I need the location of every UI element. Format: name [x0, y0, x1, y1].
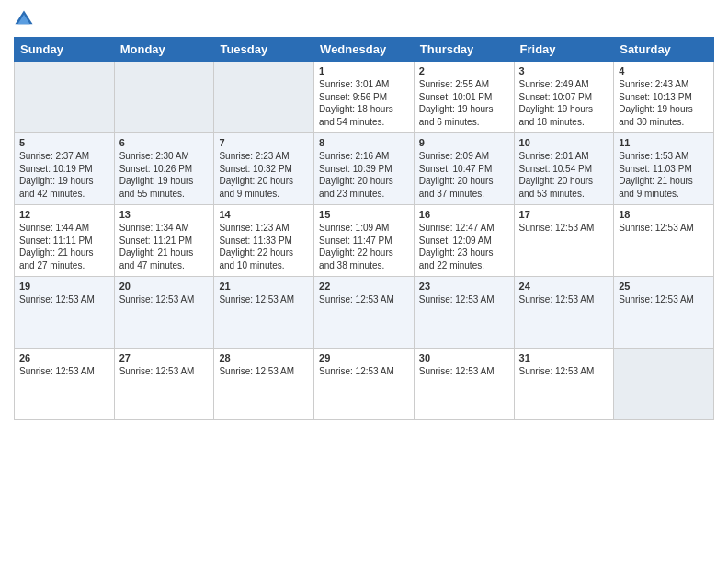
day-info: Sunrise: 3:01 AM Sunset: 9:56 PM Dayligh… [319, 78, 409, 128]
calendar-cell: 31Sunrise: 12:53 AM [514, 349, 614, 420]
day-number: 29 [319, 352, 409, 363]
day-number: 26 [19, 352, 109, 363]
day-info: Sunrise: 12:53 AM [119, 365, 210, 378]
calendar-cell: 7Sunrise: 2:23 AM Sunset: 10:32 PM Dayli… [214, 133, 314, 205]
day-number: 22 [319, 281, 409, 292]
calendar-cell: 22Sunrise: 12:53 AM [314, 277, 415, 349]
day-info: Sunrise: 2:55 AM Sunset: 10:01 PM Daylig… [419, 78, 509, 128]
day-info: Sunrise: 12:53 AM [319, 293, 409, 306]
day-info: Sunrise: 12:53 AM [419, 365, 509, 378]
col-tuesday: Tuesday [214, 38, 314, 62]
calendar-cell: 9Sunrise: 2:09 AM Sunset: 10:47 PM Dayli… [414, 133, 514, 205]
calendar-cell: 23Sunrise: 12:53 AM [414, 277, 514, 349]
calendar-cell: 5Sunrise: 2:37 AM Sunset: 10:19 PM Dayli… [15, 133, 115, 205]
day-number: 24 [519, 281, 609, 292]
day-info: Sunrise: 12:53 AM [619, 293, 709, 306]
day-info: Sunrise: 12:53 AM [19, 293, 109, 306]
day-number: 5 [19, 137, 109, 148]
day-info: Sunrise: 2:01 AM Sunset: 10:54 PM Daylig… [519, 150, 609, 200]
day-number: 4 [619, 65, 709, 76]
logo-icon [14, 9, 34, 29]
header [14, 9, 714, 29]
calendar-cell: 28Sunrise: 12:53 AM [214, 349, 314, 420]
calendar-cell: 17Sunrise: 12:53 AM [514, 205, 614, 277]
calendar-cell [614, 349, 714, 420]
day-info: Sunrise: 12:53 AM [519, 293, 609, 306]
day-info: Sunrise: 2:49 AM Sunset: 10:07 PM Daylig… [519, 78, 609, 128]
calendar-cell: 27Sunrise: 12:53 AM [114, 349, 214, 420]
day-number: 7 [219, 137, 309, 148]
day-info: Sunrise: 12:47 AM Sunset: 12:09 AM Dayli… [419, 222, 509, 271]
calendar-cell: 15Sunrise: 1:09 AM Sunset: 11:47 PM Dayl… [314, 205, 415, 277]
calendar-cell: 3Sunrise: 2:49 AM Sunset: 10:07 PM Dayli… [514, 62, 614, 133]
week-row-2: 5Sunrise: 2:37 AM Sunset: 10:19 PM Dayli… [15, 133, 714, 205]
day-number: 19 [19, 281, 109, 292]
week-row-3: 12Sunrise: 1:44 AM Sunset: 11:11 PM Dayl… [15, 205, 714, 277]
day-number: 30 [419, 352, 509, 363]
day-number: 17 [519, 209, 609, 220]
day-number: 31 [519, 352, 609, 363]
calendar-cell: 11Sunrise: 1:53 AM Sunset: 11:03 PM Dayl… [614, 133, 714, 205]
day-info: Sunrise: 12:53 AM [419, 293, 509, 306]
day-number: 12 [19, 209, 109, 220]
day-number: 2 [419, 65, 509, 76]
day-number: 14 [219, 209, 309, 220]
calendar-cell: 14Sunrise: 1:23 AM Sunset: 11:33 PM Dayl… [214, 205, 314, 277]
calendar-cell: 13Sunrise: 1:34 AM Sunset: 11:21 PM Dayl… [114, 205, 214, 277]
calendar-cell: 29Sunrise: 12:53 AM [314, 349, 415, 420]
day-info: Sunrise: 1:53 AM Sunset: 11:03 PM Daylig… [619, 150, 709, 200]
calendar-table: Sunday Monday Tuesday Wednesday Thursday… [14, 37, 714, 420]
calendar-cell [214, 62, 314, 133]
day-info: Sunrise: 12:53 AM [519, 365, 609, 378]
day-number: 23 [419, 281, 509, 292]
week-row-5: 26Sunrise: 12:53 AM27Sunrise: 12:53 AM28… [15, 349, 714, 420]
day-info: Sunrise: 2:23 AM Sunset: 10:32 PM Daylig… [219, 150, 309, 200]
day-number: 27 [119, 352, 210, 363]
day-info: Sunrise: 2:16 AM Sunset: 10:39 PM Daylig… [319, 150, 409, 200]
day-info: Sunrise: 1:44 AM Sunset: 11:11 PM Daylig… [19, 222, 109, 271]
col-sunday: Sunday [15, 38, 115, 62]
day-info: Sunrise: 12:53 AM [219, 365, 309, 378]
day-number: 8 [319, 137, 409, 148]
day-info: Sunrise: 1:23 AM Sunset: 11:33 PM Daylig… [219, 222, 309, 271]
week-row-4: 19Sunrise: 12:53 AM20Sunrise: 12:53 AM21… [15, 277, 714, 349]
calendar-cell: 19Sunrise: 12:53 AM [15, 277, 115, 349]
day-number: 28 [219, 352, 309, 363]
logo [14, 9, 38, 29]
calendar-cell: 25Sunrise: 12:53 AM [614, 277, 714, 349]
day-info: Sunrise: 12:53 AM [519, 222, 609, 235]
col-friday: Friday [514, 38, 614, 62]
day-number: 18 [619, 209, 709, 220]
page: Sunday Monday Tuesday Wednesday Thursday… [0, 0, 728, 563]
day-info: Sunrise: 12:53 AM [119, 293, 210, 306]
calendar-cell: 16Sunrise: 12:47 AM Sunset: 12:09 AM Day… [414, 205, 514, 277]
col-monday: Monday [114, 38, 214, 62]
day-number: 16 [419, 209, 509, 220]
day-number: 15 [319, 209, 409, 220]
day-number: 20 [119, 281, 210, 292]
day-info: Sunrise: 2:37 AM Sunset: 10:19 PM Daylig… [19, 150, 109, 200]
header-row: Sunday Monday Tuesday Wednesday Thursday… [15, 38, 714, 62]
calendar-cell: 20Sunrise: 12:53 AM [114, 277, 214, 349]
calendar-cell [114, 62, 214, 133]
col-saturday: Saturday [614, 38, 714, 62]
calendar-cell [15, 62, 115, 133]
calendar-cell: 2Sunrise: 2:55 AM Sunset: 10:01 PM Dayli… [414, 62, 514, 133]
calendar-cell: 8Sunrise: 2:16 AM Sunset: 10:39 PM Dayli… [314, 133, 415, 205]
day-info: Sunrise: 1:09 AM Sunset: 11:47 PM Daylig… [319, 222, 409, 271]
col-thursday: Thursday [414, 38, 514, 62]
day-info: Sunrise: 2:09 AM Sunset: 10:47 PM Daylig… [419, 150, 509, 200]
day-number: 3 [519, 65, 609, 76]
day-info: Sunrise: 12:53 AM [219, 293, 309, 306]
day-number: 1 [319, 65, 409, 76]
day-number: 13 [119, 209, 210, 220]
calendar-cell: 4Sunrise: 2:43 AM Sunset: 10:13 PM Dayli… [614, 62, 714, 133]
day-number: 11 [619, 137, 709, 148]
day-info: Sunrise: 2:30 AM Sunset: 10:26 PM Daylig… [119, 150, 210, 200]
calendar-cell: 1Sunrise: 3:01 AM Sunset: 9:56 PM Daylig… [314, 62, 415, 133]
day-info: Sunrise: 12:53 AM [19, 365, 109, 378]
day-number: 6 [119, 137, 210, 148]
day-number: 21 [219, 281, 309, 292]
day-info: Sunrise: 2:43 AM Sunset: 10:13 PM Daylig… [619, 78, 709, 128]
calendar-cell: 30Sunrise: 12:53 AM [414, 349, 514, 420]
